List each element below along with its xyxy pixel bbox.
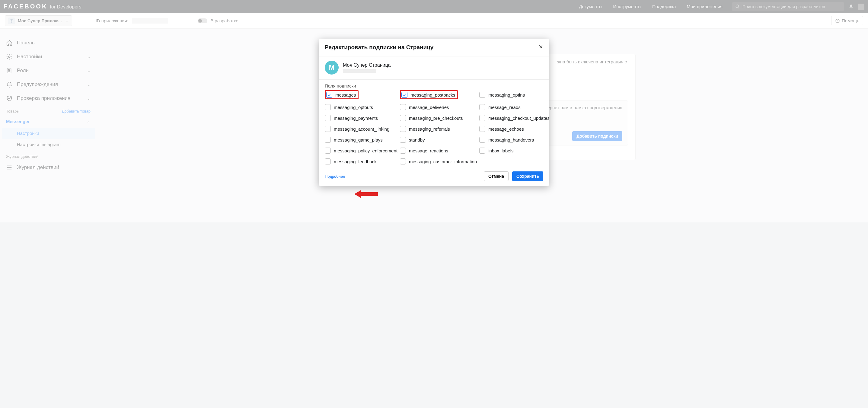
checkbox-message_reads[interactable] [479, 104, 485, 110]
checkbox-messaging_feedback[interactable] [325, 158, 331, 164]
field-row-messaging_account_linking: messaging_account_linking [325, 126, 398, 132]
field-row-message_deliveries: message_deliveries [400, 104, 477, 110]
modal-footer: Подробнее Отмена Сохранить [319, 166, 549, 186]
svg-marker-11 [354, 190, 378, 198]
modal-page-row: М Моя Супер Страница [319, 56, 549, 80]
field-label: messaging_checkout_updates [488, 116, 549, 121]
checkbox-messaging_referrals[interactable] [400, 126, 406, 132]
field-label: messaging_handovers [488, 137, 534, 143]
field-label: message_reads [488, 105, 521, 110]
page-avatar: М [325, 61, 339, 74]
modal-title: Редактировать подписки на Страницу [325, 44, 433, 51]
field-row-messaging_feedback: messaging_feedback [325, 158, 398, 164]
field-label: standby [409, 137, 425, 143]
modal-header: Редактировать подписки на Страницу [319, 39, 549, 56]
checkbox-messaging_checkout_updates[interactable] [479, 115, 485, 121]
checkbox-messaging_payments[interactable] [325, 115, 331, 121]
checkbox-inbox_labels[interactable] [479, 148, 485, 154]
field-row-message_echoes: message_echoes [479, 126, 549, 132]
page-name: Моя Супер Страница [343, 62, 391, 68]
checkbox-messaging_handovers[interactable] [479, 137, 485, 143]
checkbox-messaging_customer_information[interactable] [400, 158, 406, 164]
field-row-messaging_referrals: messaging_referrals [400, 126, 477, 132]
field-row-messaging_policy_enforcement: messaging_policy_enforcement [325, 148, 398, 154]
checkbox-messaging_optins[interactable] [479, 92, 485, 98]
field-row-messaging_game_plays: messaging_game_plays [325, 137, 398, 143]
field-label: messaging_policy_enforcement [334, 148, 398, 153]
checkbox-messaging_account_linking[interactable] [325, 126, 331, 132]
subscription-fields: Поля подписки messagesmessaging_postback… [319, 80, 549, 166]
checkbox-message_echoes[interactable] [479, 126, 485, 132]
save-button[interactable]: Сохранить [512, 171, 543, 181]
checkbox-messaging_game_plays[interactable] [325, 137, 331, 143]
field-row-standby: standby [400, 137, 477, 143]
field-label: messaging_game_plays [334, 137, 383, 143]
field-row-messaging_checkout_updates: messaging_checkout_updates [479, 115, 549, 121]
emphasis-box: messaging_postbacks [400, 90, 458, 99]
cancel-button[interactable]: Отмена [484, 171, 508, 181]
field-label: inbox_labels [488, 148, 514, 153]
field-row-messaging_pre_checkouts: messaging_pre_checkouts [400, 115, 477, 121]
field-label: message_echoes [488, 126, 524, 132]
field-label: messaging_payments [334, 116, 378, 121]
field-label: messaging_referrals [409, 126, 450, 132]
field-label: message_deliveries [409, 105, 449, 110]
learn-more-link[interactable]: Подробнее [325, 174, 345, 179]
field-label: messaging_feedback [334, 159, 377, 164]
field-row-message_reads: message_reads [479, 104, 549, 110]
field-label: messaging_optins [488, 92, 525, 97]
checkbox-messaging_optouts[interactable] [325, 104, 331, 110]
fields-label: Поля подписки [325, 83, 543, 88]
checkbox-messaging_policy_enforcement[interactable] [325, 148, 331, 154]
field-label: messaging_account_linking [334, 126, 389, 132]
field-row-messaging_customer_information: messaging_customer_information [400, 158, 477, 164]
field-row-inbox_labels: inbox_labels [479, 148, 549, 154]
field-row-messages: messages [325, 90, 398, 99]
field-label: messaging_postbacks [410, 92, 455, 97]
field-label: messaging_pre_checkouts [409, 116, 463, 121]
field-row-messaging_optins: messaging_optins [479, 90, 549, 99]
emphasis-box: messages [325, 90, 359, 99]
checkbox-messaging_postbacks[interactable] [401, 92, 407, 98]
checkbox-messaging_pre_checkouts[interactable] [400, 115, 406, 121]
field-row-messaging_postbacks: messaging_postbacks [400, 90, 477, 99]
field-label: messages [335, 92, 356, 97]
close-icon[interactable] [538, 44, 543, 51]
checkbox-messages[interactable] [326, 92, 332, 98]
field-row-messaging_optouts: messaging_optouts [325, 104, 398, 110]
annotation-arrow-icon [354, 189, 378, 200]
page-id-redacted [343, 69, 376, 73]
checkbox-standby[interactable] [400, 137, 406, 143]
field-label: messaging_optouts [334, 105, 373, 110]
field-row-messaging_handovers: messaging_handovers [479, 137, 549, 143]
field-row-message_reactions: message_reactions [400, 148, 477, 154]
field-row-messaging_payments: messaging_payments [325, 115, 398, 121]
checkbox-message_deliveries[interactable] [400, 104, 406, 110]
edit-subscriptions-modal: Редактировать подписки на Страницу М Моя… [319, 39, 549, 186]
checkbox-message_reactions[interactable] [400, 148, 406, 154]
field-label: message_reactions [409, 148, 448, 153]
field-label: messaging_customer_information [409, 159, 477, 164]
